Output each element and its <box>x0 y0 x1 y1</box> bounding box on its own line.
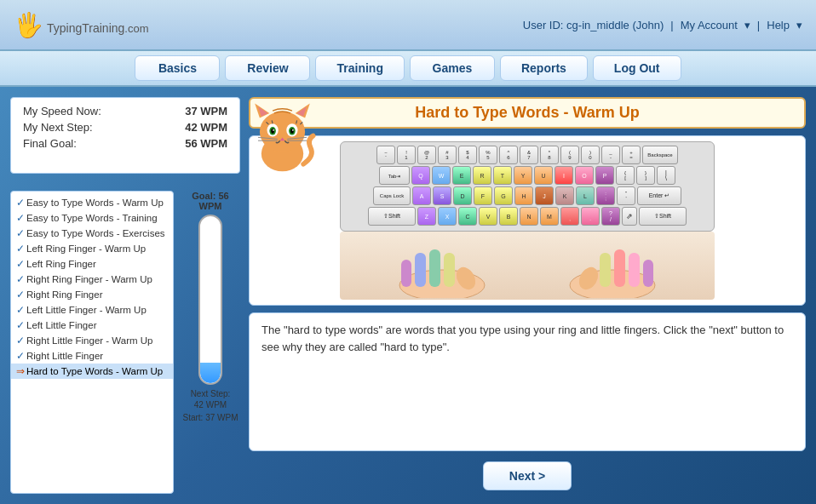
svg-rect-25 <box>415 253 426 287</box>
keyboard-row-zxcv: ⇧Shift Z X C V B N M , . ?/ ⇗ ⇧Shift <box>344 207 710 226</box>
next-step-label: My Next Step: <box>23 121 93 134</box>
key-7: &7 <box>520 146 538 164</box>
keyboard-row-qwerty: Tab⇥ Q W E R T Y U I O P {[ }] |\ <box>344 166 710 185</box>
key-v: V <box>479 207 497 226</box>
nav-games[interactable]: Games <box>410 55 495 81</box>
speed-value: 37 WPM <box>185 105 227 117</box>
stats-box: My Speed Now: 37 WPM My Next Step: 42 WP… <box>10 97 240 174</box>
key-period: . <box>581 207 600 226</box>
list-item[interactable]: ✓Left Little Finger - Warm Up <box>11 302 173 318</box>
keyboard-area: ~` !1 @2 #3 $4 %5 ^6 &7 *8 (9 )0 _- += B… <box>249 135 806 306</box>
list-item[interactable]: ✓Left Ring Finger <box>11 256 173 272</box>
key-quote: "' <box>617 186 635 205</box>
key-slash: ?/ <box>601 207 620 226</box>
svg-rect-26 <box>429 249 440 287</box>
svg-point-13 <box>292 129 294 131</box>
key-4: $4 <box>458 146 477 164</box>
key-semicolon: :; <box>596 186 615 205</box>
key-comma: , <box>560 207 579 226</box>
cat-mascot <box>242 95 323 176</box>
list-item[interactable]: ⇒Hard to Type Words - Warm Up <box>11 364 173 379</box>
thermo-goal-label: Goal: 56 WPM <box>181 191 240 211</box>
key-9: (9 <box>560 146 579 164</box>
key-backslash: |\ <box>657 166 675 185</box>
nav-review[interactable]: Review <box>225 55 310 81</box>
key-a: A <box>412 186 431 205</box>
hands-display <box>340 232 715 300</box>
list-item[interactable]: ✓Left Ring Finger - Warm Up <box>11 241 173 256</box>
svg-rect-24 <box>401 260 411 287</box>
separator2: | <box>757 19 760 32</box>
bottom-left: ✓Easy to Type Words - Warm Up✓Easy to Ty… <box>10 191 240 494</box>
list-item[interactable]: ✓Easy to Type Words - Training <box>11 210 173 226</box>
my-account-link[interactable]: My Account <box>681 19 738 32</box>
key-2: @2 <box>417 146 436 164</box>
key-i: I <box>555 166 573 185</box>
svg-rect-33 <box>629 253 640 287</box>
lesson-list-container[interactable]: ✓Easy to Type Words - Warm Up✓Easy to Ty… <box>10 191 174 494</box>
key-lbracket: {[ <box>616 166 635 185</box>
key-tilde: ~` <box>376 146 395 164</box>
user-id-text: User ID: cg-in_middle (John) <box>523 19 664 32</box>
thermo-fill <box>200 363 221 383</box>
key-o: O <box>575 166 594 185</box>
list-item[interactable]: ✓Right Little Finger <box>11 348 173 364</box>
svg-point-12 <box>273 129 274 131</box>
header: 🖐 TypingTraining.com User ID: cg-in_midd… <box>0 0 816 51</box>
thermo-next-label: Next Step: 42 WPM <box>191 388 231 410</box>
svg-rect-32 <box>614 249 625 287</box>
list-item[interactable]: ✓Left Little Finger <box>11 318 173 333</box>
final-goal-stat: Final Goal: 56 WPM <box>23 137 227 150</box>
svg-rect-34 <box>643 260 653 287</box>
nav-training[interactable]: Training <box>315 55 404 81</box>
logo-hand-icon: 🖐 <box>14 11 43 39</box>
key-n: N <box>520 207 538 226</box>
key-tab: Tab⇥ <box>379 166 410 185</box>
key-u: U <box>534 166 553 185</box>
list-item[interactable]: ✓Right Little Finger - Warm Up <box>11 333 173 348</box>
key-rshift: ⇧Shift <box>639 207 687 226</box>
nav-logout[interactable]: Log Out <box>593 55 681 81</box>
separator1: | <box>670 19 673 32</box>
user-info: User ID: cg-in_middle (John) | My Accoun… <box>523 19 802 32</box>
nav-basics[interactable]: Basics <box>135 55 220 81</box>
speed-stat: My Speed Now: 37 WPM <box>23 105 227 117</box>
key-6: ^6 <box>499 146 518 164</box>
key-b: B <box>499 207 518 226</box>
key-f: F <box>474 186 492 205</box>
svg-point-11 <box>290 129 294 134</box>
next-step-value: 42 WPM <box>185 121 227 134</box>
key-k: K <box>555 186 574 205</box>
key-enter: Enter ↵ <box>637 186 681 205</box>
nav-reports[interactable]: Reports <box>500 55 588 81</box>
keyboard-row-asdf: Caps Lock A S D F G H J K L :; "' Enter … <box>344 186 710 205</box>
right-panel: Hard to Type Words - Warm Up ~` !1 @2 #3… <box>249 97 806 494</box>
key-t: T <box>493 166 512 185</box>
key-0: )0 <box>581 146 600 164</box>
list-item[interactable]: ✓Right Ring Finger <box>11 287 173 302</box>
key-equals: += <box>622 146 641 164</box>
list-item[interactable]: ✓Easy to Type Words - Warm Up <box>11 195 173 210</box>
next-button[interactable]: Next > <box>483 461 572 490</box>
key-lshift: ⇧Shift <box>368 207 416 226</box>
svg-rect-31 <box>600 253 611 287</box>
next-step-stat: My Next Step: 42 WPM <box>23 121 227 134</box>
key-3: #3 <box>438 146 457 164</box>
key-r: R <box>473 166 491 185</box>
key-d: D <box>453 186 472 205</box>
key-8: *8 <box>540 146 559 164</box>
key-s: S <box>433 186 451 205</box>
key-l: L <box>576 186 595 205</box>
thermometer-area: Goal: 56 WPM Next Step: 42 WPM Start: 37… <box>181 191 240 494</box>
svg-point-10 <box>271 129 274 134</box>
help-link[interactable]: Help <box>767 19 790 32</box>
description-box: The "hard to type words" are words that … <box>249 312 806 451</box>
list-item[interactable]: ✓Easy to Type Words - Exercises <box>11 226 173 241</box>
keyboard: ~` !1 @2 #3 $4 %5 ^6 &7 *8 (9 )0 _- += B… <box>340 141 715 232</box>
logo-main: TypingTraining <box>47 21 124 35</box>
key-q: Q <box>411 166 430 185</box>
final-goal-value: 56 WPM <box>185 137 227 150</box>
next-btn-area: Next > <box>249 458 806 494</box>
list-item[interactable]: ✓Right Ring Finger - Warm Up <box>11 272 173 287</box>
speed-label: My Speed Now: <box>23 105 101 117</box>
